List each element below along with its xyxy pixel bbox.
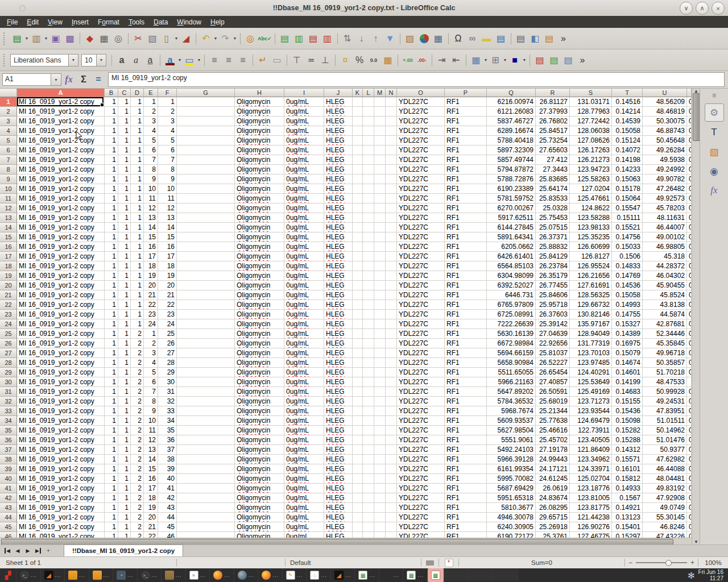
row-header-27[interactable]: 27 [0, 348, 17, 358]
cell[interactable]: 39 [158, 464, 177, 474]
cell[interactable] [374, 223, 386, 232]
cell[interactable] [374, 387, 386, 397]
cell[interactable]: 0ug/mL [284, 416, 324, 426]
cell[interactable]: 1 [105, 223, 118, 232]
cell[interactable] [363, 165, 374, 174]
cell[interactable]: 0ug/mL [284, 406, 324, 416]
cell[interactable]: YDL227C [397, 368, 445, 377]
cell[interactable]: RF1 [445, 281, 487, 290]
cell[interactable]: 0.15098 [612, 416, 643, 426]
cell[interactable]: 0.14072 [612, 146, 643, 155]
cell[interactable]: 4 [158, 126, 177, 136]
cell[interactable]: 24.83674 [536, 493, 570, 503]
cell[interactable]: 26.37603 [536, 310, 570, 319]
cell[interactable] [177, 339, 235, 348]
cell[interactable]: RF1 [445, 97, 487, 107]
cell[interactable]: 0.14833 [612, 261, 643, 271]
next-sheet-icon[interactable]: ▶ [23, 546, 33, 556]
cell[interactable]: 1 [118, 484, 131, 493]
cell[interactable]: 6161.99354 [487, 464, 536, 474]
cell[interactable]: 25.07515 [536, 223, 570, 232]
cell[interactable]: 128.77963 [570, 107, 612, 117]
cell[interactable]: YDL227C [397, 310, 445, 319]
cell[interactable]: Oligomycin [235, 319, 284, 329]
taskbar-item-calc[interactable]: ▦... [403, 568, 428, 582]
cell[interactable] [363, 146, 374, 155]
cell[interactable] [374, 474, 386, 484]
cell[interactable]: 25.95718 [536, 300, 570, 310]
row-header-40[interactable]: 40 [0, 474, 17, 484]
cell[interactable] [353, 377, 363, 387]
cell[interactable]: 1 [118, 435, 131, 445]
cell[interactable]: Oligomycin [235, 223, 284, 232]
cell[interactable] [363, 493, 374, 503]
cell[interactable]: 47.62982 [643, 455, 687, 464]
cell[interactable] [386, 464, 397, 474]
cell[interactable]: 31 [158, 387, 177, 397]
cell[interactable]: RF1 [445, 484, 487, 493]
cell[interactable]: 1 [118, 97, 131, 107]
cell[interactable]: 1 [105, 117, 118, 126]
cell[interactable]: 1 [118, 397, 131, 406]
cell[interactable] [363, 455, 374, 464]
cell[interactable]: 25.64174 [536, 184, 570, 194]
special-character-icon[interactable]: Ω [452, 32, 465, 45]
cell[interactable]: 0ug/mL [284, 368, 324, 377]
cell[interactable]: YDL227C [397, 532, 445, 538]
cell[interactable]: MI 16_0919_yor1-2 copy [17, 261, 105, 271]
format-currency-icon[interactable]: ¤ [338, 53, 352, 67]
cell[interactable]: 1 [118, 194, 131, 203]
cell[interactable] [374, 358, 386, 368]
borders-icon[interactable]: ▦ [469, 53, 483, 67]
cell[interactable]: 25.84517 [536, 126, 570, 136]
align-right-icon[interactable]: ≡ [236, 53, 250, 67]
cell[interactable]: 1 [131, 165, 144, 174]
cell[interactable]: 4946.30078 [487, 513, 536, 522]
cell[interactable]: 24.99443 [536, 455, 570, 464]
cell[interactable]: 1 [118, 232, 131, 242]
cell[interactable] [374, 329, 386, 339]
cell[interactable]: 0ug/mL [284, 503, 324, 513]
cell[interactable]: HLEG [324, 165, 353, 174]
cell[interactable] [386, 426, 397, 435]
cell[interactable]: 123.70103 [570, 348, 612, 358]
cell[interactable]: HLEG [324, 97, 353, 107]
cell[interactable]: 1 [131, 271, 144, 281]
cell[interactable]: RF1 [445, 397, 487, 406]
cell[interactable]: 1 [118, 290, 131, 300]
cell[interactable]: 123.81775 [570, 503, 612, 513]
cell[interactable] [386, 310, 397, 319]
cell[interactable]: 49.92573 [643, 194, 687, 203]
font-name-value[interactable]: Liberation Sans [11, 56, 68, 64]
cell[interactable]: Oligomycin [235, 136, 284, 146]
spreadsheet-grid[interactable]: ABCDEFGHIJKLMNOPQRSTU1MI 16_0919_yor1-2 … [0, 89, 692, 538]
cell[interactable]: HLEG [324, 377, 353, 387]
cell[interactable]: MI 16_0919_yor1-2 copy [17, 194, 105, 203]
cell[interactable]: 27.19178 [536, 445, 570, 455]
save-icon[interactable]: ▣ [49, 32, 63, 45]
cell[interactable]: 37 [158, 445, 177, 455]
cell[interactable]: YDL227C [397, 281, 445, 290]
cell[interactable]: Oligomycin [235, 261, 284, 271]
page-style-status[interactable]: Default [286, 559, 421, 566]
spelling-icon[interactable]: Abc✓ [258, 32, 272, 45]
cell[interactable]: 1 [105, 252, 118, 261]
cell[interactable]: 25.45702 [536, 435, 570, 445]
cell[interactable] [177, 310, 235, 319]
cell[interactable]: RF1 [445, 493, 487, 503]
cell[interactable]: 2 [131, 416, 144, 426]
cell[interactable]: 49.24531 [643, 397, 687, 406]
name-box-dropdown-icon[interactable]: ▼ [51, 74, 61, 85]
cell[interactable]: 0.14539 [612, 117, 643, 126]
cell[interactable]: 1 [158, 97, 177, 107]
taskbar-item-matlab[interactable]: ◢... [331, 568, 355, 582]
cell[interactable]: MI 16_0919_yor1-2 copy [17, 358, 105, 368]
conditional-color-scale-icon[interactable]: ▤ [533, 53, 547, 67]
cell[interactable]: HLEG [324, 300, 353, 310]
cell[interactable]: 0ug/mL [284, 493, 324, 503]
cell[interactable]: YDL227C [397, 416, 445, 426]
cell[interactable]: MI 16_0919_yor1-2 copy [17, 455, 105, 464]
cell[interactable]: 2 [131, 455, 144, 464]
cell[interactable]: 126.60699 [570, 242, 612, 252]
cell[interactable] [374, 464, 386, 474]
